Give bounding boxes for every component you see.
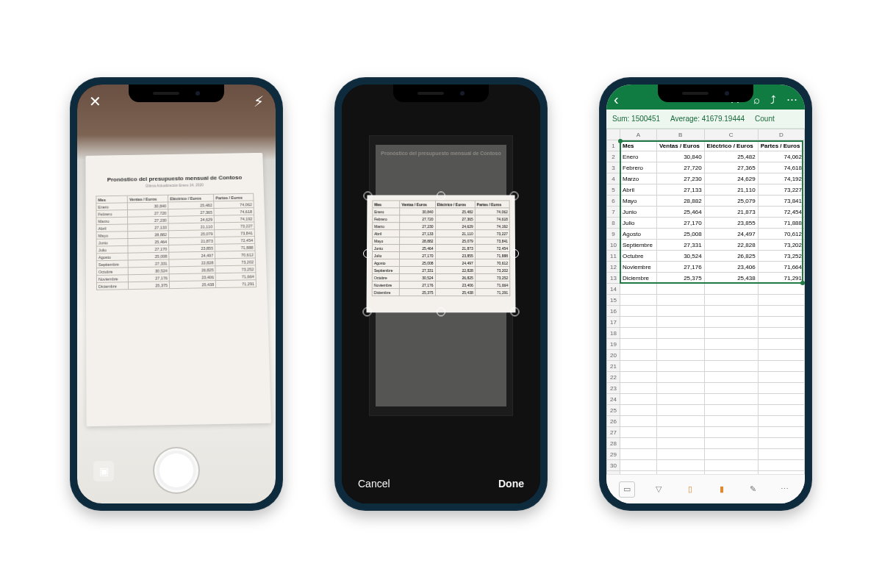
excel-row-header[interactable]: 13 xyxy=(607,273,620,284)
excel-cell[interactable]: 25,482 xyxy=(704,151,758,162)
tool-more-icon[interactable]: ⋯ xyxy=(777,481,793,498)
excel-row-header[interactable]: 30 xyxy=(607,460,620,471)
gallery-icon[interactable]: ▣ xyxy=(93,461,114,481)
excel-cell[interactable] xyxy=(758,394,804,405)
excel-row-header[interactable]: 26 xyxy=(607,416,620,427)
excel-cell[interactable]: 25,464 xyxy=(656,207,704,218)
excel-cell[interactable] xyxy=(656,361,704,372)
excel-column-header[interactable]: C xyxy=(704,129,758,140)
excel-row-header[interactable]: 6 xyxy=(607,196,620,207)
excel-cell[interactable] xyxy=(758,284,804,295)
excel-cell[interactable]: Mayo xyxy=(620,196,657,207)
excel-cell[interactable] xyxy=(620,416,657,427)
excel-cell[interactable] xyxy=(620,328,657,339)
excel-row-header[interactable]: 22 xyxy=(607,372,620,383)
excel-cell[interactable] xyxy=(758,328,804,339)
excel-cell[interactable]: 23,406 xyxy=(704,262,758,273)
excel-cell[interactable]: 21,110 xyxy=(704,184,758,196)
excel-cell[interactable] xyxy=(656,427,704,438)
excel-cell[interactable] xyxy=(620,317,657,328)
excel-cell[interactable] xyxy=(704,471,758,475)
excel-cell[interactable]: Diciembre xyxy=(620,273,657,284)
excel-cell[interactable] xyxy=(620,306,657,317)
excel-row-header[interactable]: 21 xyxy=(607,361,620,372)
excel-cell[interactable]: 25,375 xyxy=(656,273,704,284)
excel-cell[interactable] xyxy=(656,438,704,449)
excel-cell[interactable]: 74,618 xyxy=(758,162,804,173)
excel-cell[interactable] xyxy=(704,339,758,350)
excel-cell[interactable]: Agosto xyxy=(620,229,657,240)
flash-icon[interactable]: ⚡︎ xyxy=(254,93,264,110)
excel-cell[interactable]: 27,331 xyxy=(656,240,704,251)
excel-cell[interactable] xyxy=(620,339,657,350)
excel-cell[interactable]: 27,176 xyxy=(656,262,704,273)
excel-cell[interactable] xyxy=(758,339,804,350)
excel-cell[interactable] xyxy=(656,449,704,460)
excel-cell[interactable] xyxy=(620,405,657,416)
excel-cell[interactable] xyxy=(656,317,704,328)
excel-cell[interactable]: 71,664 xyxy=(758,262,804,273)
excel-row-header[interactable]: 2 xyxy=(607,151,620,162)
excel-cell[interactable] xyxy=(656,328,704,339)
excel-row-header[interactable]: 19 xyxy=(607,339,620,350)
excel-cell[interactable]: 70,612 xyxy=(758,229,804,240)
excel-cell[interactable]: 71,888 xyxy=(758,218,804,229)
excel-cell[interactable] xyxy=(704,416,758,427)
excel-cell[interactable] xyxy=(704,350,758,361)
excel-row-header[interactable]: 17 xyxy=(607,317,620,328)
close-icon[interactable]: ✕ xyxy=(89,93,101,110)
excel-cell[interactable]: 74,192 xyxy=(758,173,804,184)
excel-row-header[interactable]: 27 xyxy=(607,427,620,438)
excel-cell[interactable] xyxy=(704,295,758,306)
excel-cell[interactable] xyxy=(704,328,758,339)
excel-row-header[interactable]: 16 xyxy=(607,306,620,317)
excel-cell[interactable] xyxy=(704,438,758,449)
excel-cell[interactable]: 26,825 xyxy=(704,251,758,262)
done-button[interactable]: Done xyxy=(498,478,524,490)
crop-handle-top-right[interactable] xyxy=(510,192,519,201)
excel-row-header[interactable]: 3 xyxy=(607,162,620,173)
excel-row-header[interactable]: 4 xyxy=(607,173,620,184)
excel-cell[interactable]: Ventas / Euros xyxy=(656,140,704,151)
tool-fill-icon[interactable]: ▮ xyxy=(714,481,730,498)
excel-cell[interactable] xyxy=(704,383,758,394)
excel-cell[interactable] xyxy=(620,471,657,475)
excel-cell[interactable]: Junio xyxy=(620,207,657,218)
excel-cell[interactable] xyxy=(620,449,657,460)
excel-cell[interactable] xyxy=(758,372,804,383)
excel-cell[interactable]: 23,855 xyxy=(704,218,758,229)
excel-cell[interactable] xyxy=(656,416,704,427)
excel-cell[interactable]: 22,828 xyxy=(704,240,758,251)
excel-cell[interactable]: Enero xyxy=(620,151,657,162)
shutter-button[interactable] xyxy=(157,451,196,490)
excel-cell[interactable] xyxy=(656,350,704,361)
excel-cell[interactable] xyxy=(656,383,704,394)
excel-cell[interactable]: Septiembre xyxy=(620,240,657,251)
excel-cell[interactable] xyxy=(704,306,758,317)
excel-cell[interactable]: Noviembre xyxy=(620,262,657,273)
excel-row-header[interactable]: 29 xyxy=(607,449,620,460)
excel-cell[interactable] xyxy=(758,460,804,471)
excel-cell[interactable]: 30,840 xyxy=(656,151,704,162)
excel-cell[interactable]: 27,133 xyxy=(656,184,704,196)
tool-card-icon[interactable]: ▭ xyxy=(619,481,635,498)
excel-cell[interactable] xyxy=(758,427,804,438)
excel-cell[interactable]: 27,720 xyxy=(656,162,704,173)
excel-cell[interactable] xyxy=(620,460,657,471)
excel-row-header[interactable]: 23 xyxy=(607,383,620,394)
excel-cell[interactable]: Partes / Euros xyxy=(758,140,804,151)
excel-column-header[interactable]: B xyxy=(656,129,704,140)
excel-cell[interactable]: 27,170 xyxy=(656,218,704,229)
excel-cell[interactable] xyxy=(704,449,758,460)
excel-row-header[interactable]: 25 xyxy=(607,405,620,416)
excel-cell[interactable]: 73,202 xyxy=(758,240,804,251)
excel-cell[interactable] xyxy=(620,361,657,372)
excel-cell[interactable]: 73,841 xyxy=(758,196,804,207)
crop-handle-mid-right[interactable] xyxy=(510,249,519,258)
excel-cell[interactable]: Febrero xyxy=(620,162,657,173)
excel-row-header[interactable]: 5 xyxy=(607,184,620,196)
crop-handle-bottom-mid[interactable] xyxy=(437,307,445,316)
excel-cell[interactable]: 24,497 xyxy=(704,229,758,240)
excel-cell[interactable] xyxy=(758,306,804,317)
excel-cell[interactable]: 25,008 xyxy=(656,229,704,240)
